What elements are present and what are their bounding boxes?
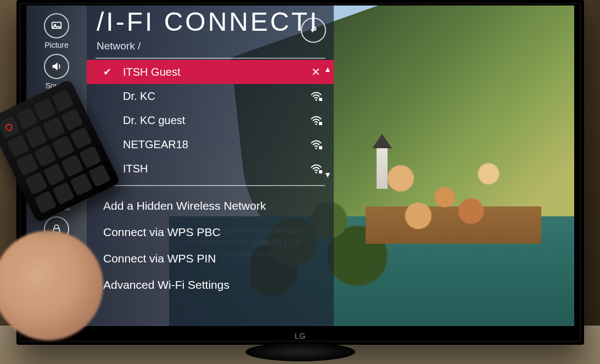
svg-point-9	[315, 123, 317, 125]
tv-stand	[245, 343, 355, 361]
option-wps-pin[interactable]: Connect via WPS PIN	[87, 245, 334, 272]
wifi-connection-panel: /I-FI CONNECTI Network / ▲ ▼ ✔ ITSH Gues…	[87, 5, 334, 326]
wifi-secured-icon	[310, 139, 323, 150]
network-name: Dr. KC	[113, 90, 310, 103]
network-name: Dr. KC guest	[113, 114, 310, 127]
network-list: ▲ ▼ ✔ ITSH Guest ✕ Dr. KC Dr. KC guest	[87, 60, 334, 181]
svg-rect-10	[319, 122, 322, 125]
option-add-hidden-network[interactable]: Add a Hidden Wireless Network	[87, 193, 334, 219]
sidebar-item-label: Picture	[44, 41, 69, 49]
wifi-options: Add a Hidden Wireless Network Connect vi…	[87, 193, 334, 298]
svg-rect-12	[319, 146, 322, 149]
network-row-selected[interactable]: ✔ ITSH Guest ✕	[87, 60, 334, 84]
remote-power-button	[0, 116, 20, 139]
divider	[96, 185, 325, 186]
divider	[96, 58, 325, 59]
tv-brand-logo: LG	[295, 332, 306, 340]
picture-icon	[44, 13, 69, 38]
connected-check-icon: ✔	[103, 66, 113, 78]
network-name: NETGEAR18	[113, 138, 310, 151]
network-row[interactable]: Dr. KC guest	[87, 108, 334, 132]
panel-title: /I-FI CONNECTI	[87, 5, 334, 37]
network-name: ITSH Guest	[113, 66, 309, 79]
network-row[interactable]: ITSH	[87, 156, 334, 181]
svg-point-11	[315, 147, 317, 149]
option-advanced-wifi[interactable]: Advanced Wi-Fi Settings	[87, 272, 334, 298]
option-wps-pbc[interactable]: Connect via WPS PBC	[87, 219, 334, 245]
back-button[interactable]	[301, 18, 326, 43]
wifi-secured-icon	[310, 115, 323, 126]
scroll-up-button[interactable]: ▲	[321, 62, 335, 76]
wifi-secured-icon	[310, 91, 323, 102]
network-row[interactable]: Dr. KC	[87, 84, 334, 108]
network-name: ITSH	[113, 163, 310, 175]
svg-rect-8	[319, 98, 322, 101]
sidebar-item-sound[interactable]: Sound	[26, 54, 87, 90]
back-arrow-icon	[307, 24, 319, 36]
sidebar-item-picture[interactable]: Picture	[26, 13, 87, 49]
svg-point-13	[315, 171, 317, 173]
svg-point-7	[315, 99, 317, 100]
sound-icon	[44, 54, 69, 79]
scroll-down-button[interactable]: ▼	[321, 167, 335, 182]
breadcrumb: Network /	[87, 37, 334, 58]
network-row[interactable]: NETGEAR18	[87, 132, 334, 156]
